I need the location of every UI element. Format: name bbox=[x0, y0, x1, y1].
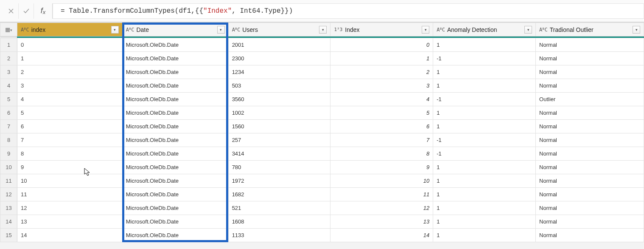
cell-index[interactable]: 7 bbox=[17, 133, 122, 147]
row-number[interactable]: 2 bbox=[0, 52, 17, 65]
row-number[interactable]: 12 bbox=[0, 188, 17, 201]
cell-index[interactable]: 8 bbox=[17, 147, 122, 161]
table-row[interactable]: 10Microsoft.OleDb.Date200101Normal bbox=[0, 38, 644, 52]
cell-users[interactable]: 1682 bbox=[228, 188, 330, 201]
table-row[interactable]: 1413Microsoft.OleDb.Date1608131Normal bbox=[0, 215, 644, 229]
cell-anomaly[interactable]: 1 bbox=[433, 120, 536, 133]
table-row[interactable]: 65Microsoft.OleDb.Date100251Normal bbox=[0, 106, 644, 120]
row-number[interactable]: 5 bbox=[0, 93, 17, 106]
cancel-formula-button[interactable] bbox=[3, 3, 19, 19]
cell-users[interactable]: 503 bbox=[228, 79, 330, 93]
cell-index[interactable]: 5 bbox=[17, 106, 122, 120]
filter-button[interactable]: ▾ bbox=[422, 26, 429, 34]
cell-index[interactable]: 6 bbox=[17, 120, 122, 133]
cell-index[interactable]: 2 bbox=[17, 65, 122, 79]
cell-traditional[interactable]: Normal bbox=[536, 174, 644, 188]
cell-date[interactable]: Microsoft.OleDb.Date bbox=[122, 133, 228, 147]
cell-traditional[interactable]: Normal bbox=[536, 201, 644, 215]
cell-users[interactable]: 2300 bbox=[228, 52, 330, 65]
cell-index-num[interactable]: 5 bbox=[330, 106, 433, 120]
cell-index-num[interactable]: 4 bbox=[330, 93, 433, 106]
cell-index-num[interactable]: 7 bbox=[330, 133, 433, 147]
row-number[interactable]: 11 bbox=[0, 174, 17, 188]
filter-button[interactable]: ▾ bbox=[111, 26, 119, 34]
cell-anomaly[interactable]: -1 bbox=[433, 133, 536, 147]
cell-index-num[interactable]: 14 bbox=[330, 229, 433, 242]
cell-index-num[interactable]: 10 bbox=[330, 174, 433, 188]
table-row[interactable]: 109Microsoft.OleDb.Date78091Normal bbox=[0, 161, 644, 174]
column-header-index-num[interactable]: 1²3 Index ▾ bbox=[330, 23, 433, 37]
row-number[interactable]: 15 bbox=[0, 229, 17, 242]
row-number[interactable]: 13 bbox=[0, 201, 17, 215]
table-corner-button[interactable]: ▦▾ bbox=[0, 23, 17, 37]
fx-icon[interactable]: fx bbox=[34, 3, 53, 19]
column-header-index[interactable]: AᴮC index ▾ bbox=[17, 23, 122, 37]
cell-traditional[interactable]: Normal bbox=[536, 229, 644, 242]
cell-anomaly[interactable]: 1 bbox=[433, 174, 536, 188]
row-number[interactable]: 9 bbox=[0, 147, 17, 161]
cell-anomaly[interactable]: 1 bbox=[433, 201, 536, 215]
cell-anomaly[interactable]: 1 bbox=[433, 161, 536, 174]
cell-traditional[interactable]: Normal bbox=[536, 106, 644, 120]
cell-anomaly[interactable]: 1 bbox=[433, 229, 536, 242]
cell-date[interactable]: Microsoft.OleDb.Date bbox=[122, 79, 228, 93]
cell-date[interactable]: Microsoft.OleDb.Date bbox=[122, 215, 228, 229]
cell-date[interactable]: Microsoft.OleDb.Date bbox=[122, 201, 228, 215]
cell-index-num[interactable]: 1 bbox=[330, 52, 433, 65]
cell-date[interactable]: Microsoft.OleDb.Date bbox=[122, 93, 228, 106]
cell-users[interactable]: 1002 bbox=[228, 106, 330, 120]
cell-index-num[interactable]: 2 bbox=[330, 65, 433, 79]
cell-traditional[interactable]: Normal bbox=[536, 161, 644, 174]
cell-date[interactable]: Microsoft.OleDb.Date bbox=[122, 120, 228, 133]
cell-index[interactable]: 0 bbox=[17, 38, 122, 52]
filter-button[interactable]: ▾ bbox=[524, 26, 532, 34]
cell-users[interactable]: 1608 bbox=[228, 215, 330, 229]
cell-anomaly[interactable]: 1 bbox=[433, 79, 536, 93]
cell-anomaly[interactable]: 1 bbox=[433, 215, 536, 229]
cell-users[interactable]: 521 bbox=[228, 201, 330, 215]
formula-input[interactable]: = Table.TransformColumnTypes(df1,{{"Inde… bbox=[53, 3, 644, 19]
row-number[interactable]: 8 bbox=[0, 133, 17, 147]
row-number[interactable]: 6 bbox=[0, 106, 17, 120]
cell-index[interactable]: 13 bbox=[17, 215, 122, 229]
row-number[interactable]: 10 bbox=[0, 161, 17, 174]
cell-users[interactable]: 2001 bbox=[228, 38, 330, 52]
cell-date[interactable]: Microsoft.OleDb.Date bbox=[122, 106, 228, 120]
cell-index[interactable]: 11 bbox=[17, 188, 122, 201]
cell-anomaly[interactable]: 1 bbox=[433, 106, 536, 120]
column-header-date[interactable]: AᴮC Date ▾ bbox=[122, 23, 228, 37]
confirm-formula-button[interactable] bbox=[19, 3, 34, 19]
cell-date[interactable]: Microsoft.OleDb.Date bbox=[122, 52, 228, 65]
cell-date[interactable]: Microsoft.OleDb.Date bbox=[122, 174, 228, 188]
filter-button[interactable]: ▾ bbox=[633, 26, 640, 34]
cell-traditional[interactable]: Outlier bbox=[536, 93, 644, 106]
cell-anomaly[interactable]: 1 bbox=[433, 188, 536, 201]
cell-traditional[interactable]: Normal bbox=[536, 147, 644, 161]
cell-date[interactable]: Microsoft.OleDb.Date bbox=[122, 229, 228, 242]
cell-users[interactable]: 1972 bbox=[228, 174, 330, 188]
cell-traditional[interactable]: Normal bbox=[536, 188, 644, 201]
cell-anomaly[interactable]: 1 bbox=[433, 65, 536, 79]
cell-users[interactable]: 1560 bbox=[228, 120, 330, 133]
row-number[interactable]: 14 bbox=[0, 215, 17, 229]
cell-anomaly[interactable]: -1 bbox=[433, 52, 536, 65]
cell-traditional[interactable]: Normal bbox=[536, 65, 644, 79]
cell-anomaly[interactable]: 1 bbox=[433, 38, 536, 52]
table-row[interactable]: 32Microsoft.OleDb.Date123421Normal bbox=[0, 65, 644, 79]
filter-button[interactable]: ▾ bbox=[217, 26, 225, 34]
cell-index[interactable]: 9 bbox=[17, 161, 122, 174]
cell-index-num[interactable]: 13 bbox=[330, 215, 433, 229]
cell-traditional[interactable]: Normal bbox=[536, 38, 644, 52]
cell-index[interactable]: 14 bbox=[17, 229, 122, 242]
row-number[interactable]: 7 bbox=[0, 120, 17, 133]
table-row[interactable]: 43Microsoft.OleDb.Date50331Normal bbox=[0, 79, 644, 93]
cell-traditional[interactable]: Normal bbox=[536, 52, 644, 65]
cell-index-num[interactable]: 0 bbox=[330, 38, 433, 52]
column-header-users[interactable]: AᴮC Users ▾ bbox=[228, 23, 330, 37]
cell-users[interactable]: 1234 bbox=[228, 65, 330, 79]
cell-users[interactable]: 3560 bbox=[228, 93, 330, 106]
cell-index[interactable]: 4 bbox=[17, 93, 122, 106]
cell-date[interactable]: Microsoft.OleDb.Date bbox=[122, 188, 228, 201]
table-row[interactable]: 54Microsoft.OleDb.Date35604-1Outlier bbox=[0, 93, 644, 106]
cell-index-num[interactable]: 9 bbox=[330, 161, 433, 174]
